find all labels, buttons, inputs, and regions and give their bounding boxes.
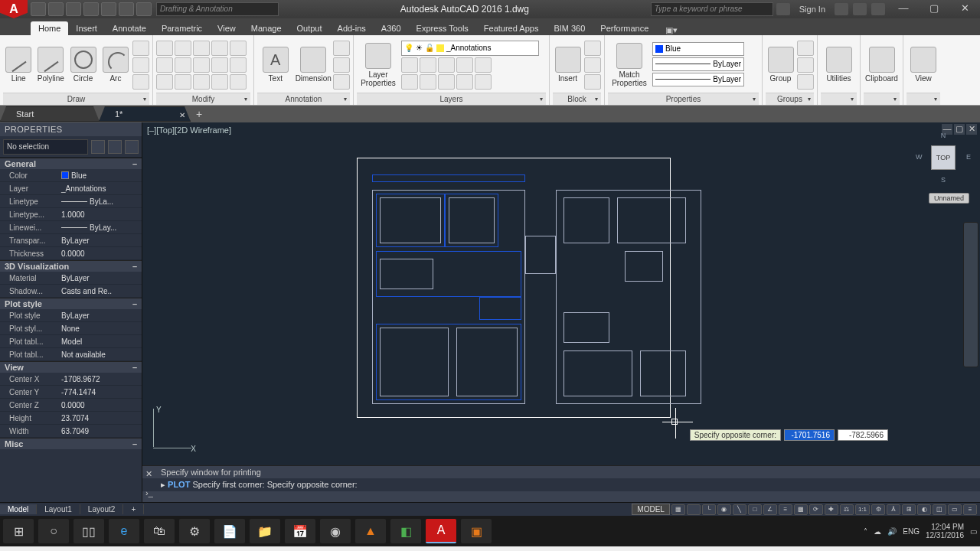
tool-dimension[interactable]: Dimension <box>296 47 332 83</box>
drawing-canvas[interactable]: — ▢ ✕ [–][Top][2D Wireframe] <box>142 122 980 502</box>
layerstate-icon[interactable] <box>401 74 418 90</box>
table-icon[interactable] <box>333 57 350 73</box>
panel-annotation-title[interactable]: Annotation <box>257 93 350 105</box>
command-current[interactable]: ▸ PLOT Specify first corner: Specify opp… <box>142 478 980 491</box>
prop-row[interactable]: Layer_Annotations <box>0 182 142 195</box>
minimize-button[interactable]: — <box>888 0 919 18</box>
snap-icon[interactable] <box>687 504 701 515</box>
tool-clipboard[interactable]: Clipboard <box>864 47 900 83</box>
prop-row[interactable]: Shadow...Casts and Re.. <box>0 285 142 298</box>
tab-a360[interactable]: A360 <box>374 21 409 35</box>
cmdline-handle-icon[interactable]: ›_ <box>145 488 153 497</box>
linetype-dropdown[interactable]: ByLayer <box>652 57 744 71</box>
command-line[interactable]: ✕ ›_ Specify window for printing ▸ PLOT … <box>142 465 980 502</box>
cortana-icon[interactable]: ○ <box>38 519 69 543</box>
draw-poly-icon[interactable] <box>132 57 149 73</box>
add-layout-button[interactable]: + <box>123 504 144 514</box>
qat-redo-icon[interactable] <box>136 2 152 16</box>
panel-properties-title[interactable]: Properties <box>608 93 759 105</box>
prop-row[interactable]: Thickness0.0000 <box>0 247 142 260</box>
new-tab-button[interactable]: + <box>190 108 208 120</box>
create-icon[interactable] <box>584 41 601 56</box>
dynamic-x-field[interactable]: -1701.7516 <box>784 429 835 441</box>
tool-match-properties[interactable]: Match Properties <box>608 43 651 87</box>
start-button[interactable]: ⊞ <box>3 519 34 543</box>
panel-draw-title[interactable]: Draw <box>3 93 149 105</box>
viewcube[interactable]: N S W E TOP <box>916 130 971 185</box>
tray-notifications-icon[interactable]: ▭ <box>970 527 977 536</box>
prop-row[interactable]: Center X-1708.9672 <box>0 373 142 386</box>
prop-row[interactable]: Center Y-774.1474 <box>0 386 142 399</box>
prop-row[interactable]: LinetypeByLa... <box>0 195 142 208</box>
prop-row[interactable]: Center Z0.0000 <box>0 399 142 412</box>
color-dropdown[interactable]: Blue <box>652 42 744 56</box>
array-icon[interactable] <box>193 74 210 90</box>
prop-row[interactable]: Plot styl...None <box>0 322 142 335</box>
prop-group[interactable]: View– <box>0 361 142 373</box>
cmdline-close-icon[interactable]: ✕ <box>145 469 152 479</box>
tool-utilities[interactable]: Utilities <box>821 47 857 83</box>
tab-home[interactable]: Home <box>31 21 68 35</box>
prop-row[interactable]: Height23.7074 <box>0 412 142 425</box>
ungroup-icon[interactable] <box>797 41 814 56</box>
tray-clock[interactable]: 12:04 PM12/31/2016 <box>926 523 964 540</box>
draw-ellipse-icon[interactable] <box>132 74 149 90</box>
prop-group[interactable]: Plot style– <box>0 298 142 309</box>
prop-row[interactable]: MaterialByLayer <box>0 272 142 285</box>
lineweight-dropdown[interactable]: ByLayer <box>652 73 744 86</box>
tool-insert[interactable]: Insert <box>553 47 583 83</box>
tab-model[interactable]: Model <box>0 504 37 514</box>
selection-dropdown[interactable]: No selection <box>3 139 88 155</box>
qat-save-icon[interactable] <box>66 2 81 16</box>
tab-performance[interactable]: Performance <box>593 21 656 35</box>
infocenter-search[interactable]: Type a keyword or phrase <box>651 2 773 16</box>
close-tab-icon[interactable]: ✕ <box>179 109 185 122</box>
tool-layer-properties[interactable]: Layer Properties <box>357 43 400 87</box>
gear-icon[interactable]: ⚙ <box>871 504 885 515</box>
lwt-icon[interactable]: ≡ <box>779 504 792 515</box>
app-logo[interactable]: A <box>0 0 28 18</box>
chrome-icon[interactable]: ◉ <box>320 519 351 543</box>
vlc-icon[interactable]: ▲ <box>355 519 386 543</box>
annoscale-icon[interactable]: ⚖ <box>840 504 854 515</box>
layerfrz-icon[interactable] <box>438 57 455 73</box>
exchange-icon[interactable] <box>835 3 848 15</box>
tray-lang[interactable]: ENG <box>903 527 920 536</box>
qat-undo-icon[interactable] <box>119 2 134 16</box>
panel-groups-title[interactable]: Groups <box>766 93 814 105</box>
panel-modify-title[interactable]: Modify <box>156 93 250 105</box>
tab-layout2[interactable]: Layout2 <box>80 504 124 514</box>
copy-icon[interactable] <box>156 57 173 73</box>
groupsel-icon[interactable] <box>797 74 814 90</box>
qat-open-icon[interactable] <box>48 2 64 16</box>
viewcube-top[interactable]: TOP <box>931 145 956 170</box>
tool-polyline[interactable]: Polyline <box>35 47 66 83</box>
align-icon[interactable] <box>211 74 228 90</box>
prop-group[interactable]: Misc– <box>0 438 142 449</box>
signin-label[interactable]: Sign In <box>795 5 830 14</box>
prop-row[interactable]: Plot styleByLayer <box>0 309 142 322</box>
tab-start[interactable]: Start <box>0 106 100 122</box>
tab-express[interactable]: Express Tools <box>409 21 476 35</box>
tab-featured[interactable]: Featured Apps <box>476 21 547 35</box>
togglepick-icon[interactable] <box>125 140 139 154</box>
scale-icon[interactable] <box>175 74 191 90</box>
tool-view[interactable]: View <box>906 47 940 83</box>
prop-group[interactable]: 3D Visualization– <box>0 260 142 272</box>
customize-icon[interactable]: ≡ <box>963 504 977 515</box>
store-icon[interactable]: 🛍 <box>144 519 175 543</box>
layer-dropdown[interactable]: 💡☀🔓 _Annotations <box>401 41 539 56</box>
annovisibility-icon[interactable]: Å <box>887 504 900 515</box>
tray-volume-icon[interactable]: 🔊 <box>887 527 897 536</box>
help-icon[interactable] <box>871 3 885 15</box>
taskview-icon[interactable]: ▯▯ <box>74 519 104 543</box>
tab-parametric[interactable]: Parametric <box>154 21 210 35</box>
tab-output[interactable]: Output <box>289 21 330 35</box>
tab-document[interactable]: 1*✕ <box>99 106 191 122</box>
explode-icon[interactable] <box>230 41 247 56</box>
osnap-icon[interactable]: □ <box>748 504 762 515</box>
layermatch-icon[interactable] <box>475 57 492 73</box>
cycling-icon[interactable]: ⟳ <box>809 504 823 515</box>
tool-text[interactable]: AText <box>257 47 294 83</box>
status-model[interactable]: MODEL <box>632 504 670 515</box>
